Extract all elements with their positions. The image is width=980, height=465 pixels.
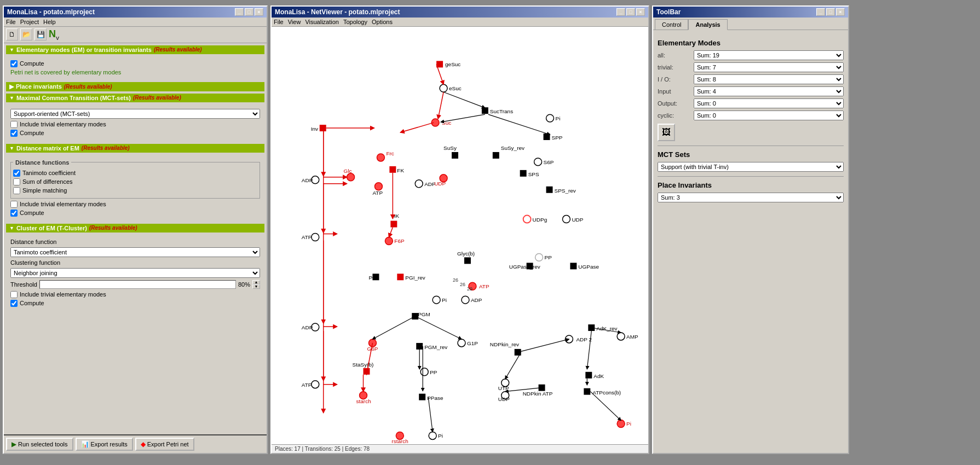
em-trivial-select[interactable]: Sum: 7 [694, 62, 844, 72]
pi-section-header[interactable]: ▶ Place invariants (Results available) [6, 82, 264, 91]
mct-results-badge: (Results available) [133, 95, 181, 101]
PGI-rev-transition [397, 274, 403, 280]
tanimoto-label: Tanimoto coefficient [22, 170, 76, 176]
threshold-input[interactable] [39, 280, 236, 289]
cluster-func-select[interactable]: Neighbor joining Complete linkage Single… [10, 268, 260, 278]
mct-select[interactable]: Support-oriented (MCT-sets) Exact (MCT-s… [10, 109, 260, 119]
menu-help[interactable]: Help [43, 19, 56, 25]
em-compute-label: Compute [20, 60, 44, 67]
right-title: ToolBar [656, 8, 681, 16]
ATP-lower-left-place [312, 381, 319, 388]
export-petri-button[interactable]: ◆ Export Petri net [135, 438, 194, 451]
em-input-select[interactable]: Sum: 4 [694, 86, 844, 96]
right-minimize[interactable]: _ [816, 8, 825, 16]
save-icon[interactable]: 💾 [34, 28, 47, 40]
svg-line-23 [590, 392, 621, 421]
dist-trivial-checkbox[interactable] [10, 201, 18, 208]
Glc-label: Glc [344, 168, 352, 174]
em-output-select[interactable]: Sum: 0 [694, 98, 844, 108]
SPS-transition [520, 170, 527, 177]
open-icon[interactable]: 📂 [20, 28, 32, 40]
left-window-controls: _ □ × [235, 8, 263, 16]
dist-compute-label: Compute [20, 210, 44, 216]
simple-match-checkbox[interactable] [13, 187, 20, 194]
simple-match-label: Simple matching [22, 187, 67, 194]
dist-compute-checkbox[interactable] [10, 210, 18, 217]
ATP-upper-label: ATP [372, 190, 383, 196]
mct-section-label: Maximal Common Transition (MCT-sets) [16, 95, 131, 101]
cluster-compute-row: Compute [10, 300, 260, 307]
center-menu-vis[interactable]: Visualization [305, 19, 339, 25]
PP-upper-right-label: PP [545, 254, 552, 260]
center-menu-view[interactable]: View [288, 19, 301, 25]
tab-control-label: Control [662, 21, 681, 28]
close-button[interactable]: × [255, 8, 263, 16]
center-minimize[interactable]: _ [616, 8, 625, 16]
mct-tb-select[interactable]: Support (with trivial T-inv) Exact [658, 162, 844, 172]
export-results-icon: 📊 [81, 440, 89, 448]
mct-trivial-checkbox[interactable] [10, 121, 18, 128]
em-all-select[interactable]: Sum: 19 [694, 50, 844, 60]
threshold-up[interactable]: ▲ [252, 280, 260, 284]
SPS-rev-transition [546, 187, 553, 193]
center-menu-options[interactable]: Options [372, 19, 393, 25]
UGPase-rev-label: UGPase_rev [509, 264, 540, 270]
maximize-button[interactable]: □ [245, 8, 253, 16]
sum-diff-row: Sum of differences [13, 178, 257, 185]
threshold-down[interactable]: ▼ [252, 284, 260, 289]
menu-project[interactable]: Project [20, 19, 39, 25]
svg-line-2 [438, 92, 443, 119]
em-petri-label: Petri net is covered by elementary modes [10, 69, 260, 75]
center-maximize[interactable]: □ [626, 8, 635, 16]
export-results-label: Export results [91, 441, 128, 447]
num-label-29: 29 [467, 286, 472, 292]
cluster-section-label: Cluster of EM (T-Cluster) [16, 225, 87, 231]
SuSy-label: SuSy [443, 145, 457, 151]
em-compute-checkbox[interactable] [10, 60, 18, 67]
center-close[interactable]: × [636, 8, 645, 16]
AdK-rev-label: AdK_rev [596, 326, 617, 332]
tab-control[interactable]: Control [655, 19, 688, 30]
sum-diff-checkbox[interactable] [13, 178, 20, 185]
starch-label: starch [356, 398, 371, 404]
em-io-select[interactable]: Sum: 8 [694, 74, 844, 84]
Glc-place [347, 173, 355, 181]
svg-line-5 [443, 92, 485, 108]
cluster-compute-checkbox[interactable] [10, 300, 18, 307]
menu-file[interactable]: File [6, 19, 16, 25]
tanimoto-checkbox[interactable] [13, 170, 20, 177]
export-results-button[interactable]: 📊 Export results [76, 438, 133, 451]
em-cyclic-select[interactable]: Sum: 0 [694, 111, 844, 120]
center-menu-file[interactable]: File [274, 19, 284, 25]
tab-analysis[interactable]: Analysis [688, 19, 727, 30]
svg-line-9 [389, 228, 393, 237]
num-label-26b: 26 [460, 282, 465, 287]
minimize-button[interactable]: _ [235, 8, 244, 16]
PGM-rev-label: PGM_rev [424, 344, 447, 350]
right-close[interactable]: × [836, 8, 845, 16]
center-menu-topo[interactable]: Topology [343, 19, 367, 25]
svg-line-13 [415, 316, 462, 339]
cluster-section-header[interactable]: ▼ Cluster of EM (T-Cluster) (Results ava… [6, 224, 264, 233]
cluster-dist-select[interactable]: Tanimoto coefficient Sum of differences … [10, 247, 260, 257]
mct-section-header[interactable]: ▼ Maximal Common Transition (MCT-sets) (… [6, 94, 264, 102]
toolbar-label: NV [49, 28, 59, 41]
mct-select-row: Support-oriented (MCT-sets) Exact (MCT-s… [10, 109, 260, 119]
new-icon[interactable]: 🗋 [6, 28, 18, 40]
em-input-row: Input Sum: 4 [658, 86, 844, 96]
UDP-upper-label: UDP [434, 181, 446, 187]
SuSy-transition [452, 152, 458, 159]
mct-compute-checkbox[interactable] [10, 130, 18, 137]
em-section-header[interactable]: ▼ Elementary modes (EM) or transition in… [6, 45, 264, 54]
ATP-lower-left-label: ATP [302, 382, 312, 388]
dist-section-body: Distance functions Tanimoto coefficient … [6, 155, 264, 220]
svg-line-6 [441, 114, 485, 122]
run-button[interactable]: ▶ Run selected tools [6, 438, 73, 451]
em-image-button[interactable]: 🖼 [658, 124, 675, 141]
right-maximize[interactable]: □ [826, 8, 835, 16]
pi-tb-select[interactable]: Sum: 3 [658, 193, 844, 202]
net-canvas[interactable]: geSuc eSuc SucTrans Suc Pi SPP Inv ADP [272, 27, 648, 444]
dist-section-header[interactable]: ▼ Distance matrix of EM (Results availab… [6, 144, 264, 153]
cluster-trivial-checkbox[interactable] [10, 291, 18, 298]
AMP-place [617, 333, 625, 340]
